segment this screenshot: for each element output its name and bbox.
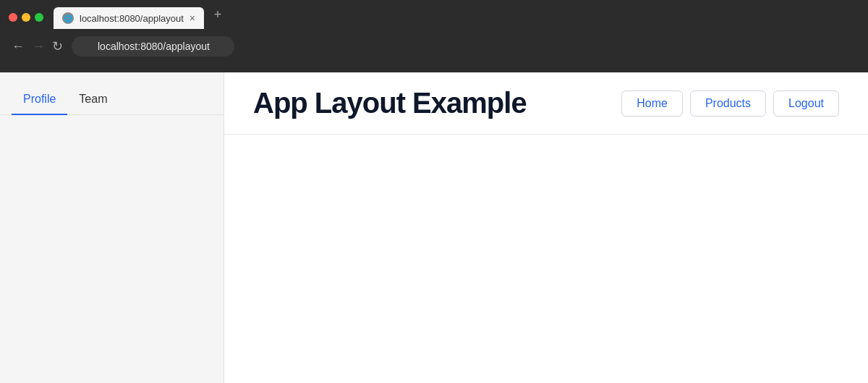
sidebar-tab-profile[interactable]: Profile	[12, 84, 67, 114]
minimize-traffic-light[interactable]	[22, 13, 30, 22]
nav-home-button[interactable]: Home	[621, 91, 683, 117]
header-nav: Home Products Logout	[621, 91, 839, 117]
main-title: App Layout Example	[253, 87, 527, 119]
close-traffic-light[interactable]	[9, 13, 17, 22]
forward-button[interactable]: →	[32, 39, 45, 54]
traffic-lights	[9, 13, 43, 29]
sidebar: Profile Team	[0, 72, 224, 383]
app-container: Profile Team App Layout Example Home Pro…	[0, 72, 868, 383]
back-button[interactable]: ←	[12, 39, 25, 54]
browser-address-bar: ← → ↻ 🔒	[0, 29, 868, 64]
sidebar-tabs: Profile Team	[0, 72, 224, 115]
refresh-button[interactable]: ↻	[52, 38, 63, 54]
tab-close-button[interactable]: ×	[190, 12, 195, 24]
address-input[interactable]	[72, 36, 234, 56]
nav-logout-button[interactable]: Logout	[773, 91, 839, 117]
nav-products-button[interactable]: Products	[690, 91, 766, 117]
tab-title: localhost:8080/applayout	[80, 13, 184, 24]
sidebar-content	[0, 115, 224, 383]
main-body	[224, 135, 868, 383]
browser-tab-bar: 🌐 localhost:8080/applayout × +	[0, 0, 868, 29]
browser-nav-buttons: ← → ↻	[12, 38, 63, 54]
maximize-traffic-light[interactable]	[35, 13, 43, 22]
sidebar-tab-team-label: Team	[79, 93, 107, 105]
sidebar-tab-team[interactable]: Team	[67, 84, 119, 114]
browser-tab[interactable]: 🌐 localhost:8080/applayout ×	[54, 7, 204, 29]
main-content: App Layout Example Home Products Logout	[224, 72, 868, 383]
main-header: App Layout Example Home Products Logout	[224, 72, 868, 135]
browser-chrome: 🌐 localhost:8080/applayout × + ← → ↻ 🔒	[0, 0, 868, 72]
tab-favicon: 🌐	[62, 12, 74, 24]
sidebar-tab-profile-label: Profile	[23, 93, 56, 105]
new-tab-button[interactable]: +	[207, 4, 229, 25]
address-bar-wrapper: 🔒	[72, 36, 361, 56]
